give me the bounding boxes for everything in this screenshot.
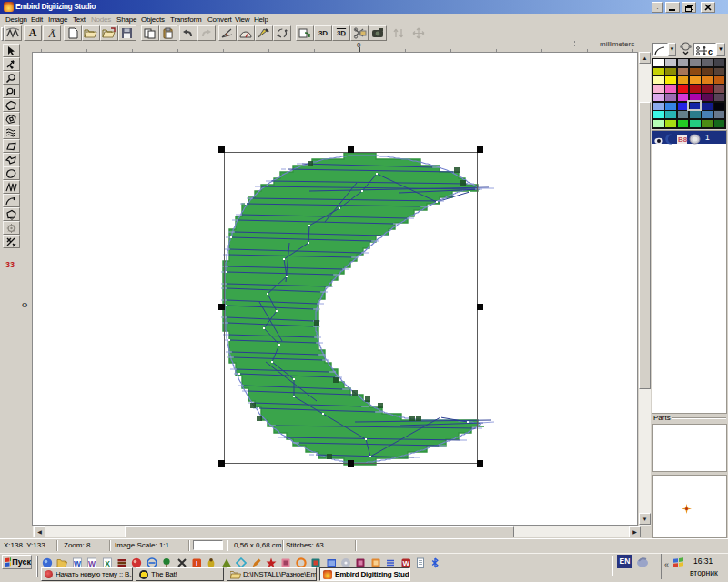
- svg-text:W: W: [402, 559, 410, 567]
- svg-text:W: W: [74, 559, 82, 568]
- svg-text:c: c: [708, 47, 713, 56]
- svg-text:W: W: [88, 559, 96, 568]
- svg-text:B8: B8: [678, 135, 688, 144]
- svg-text:X: X: [105, 559, 110, 568]
- svg-text:I: I: [196, 559, 197, 567]
